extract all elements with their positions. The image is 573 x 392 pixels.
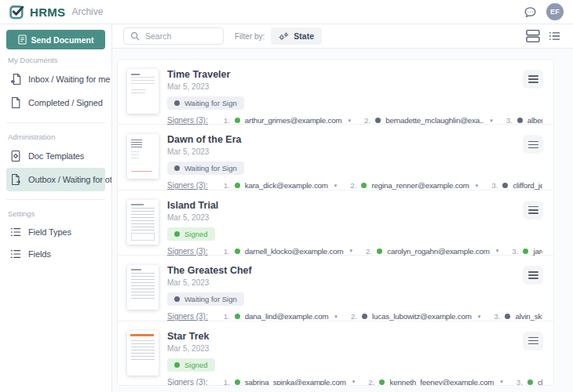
signers-link[interactable]: Signers (3):: [167, 378, 208, 386]
sidebar-section: Administration Doc Templates Outbox / Wa…: [6, 122, 105, 191]
signer-item[interactable]: 2. lucas_lubowitz@example.com ▾: [351, 312, 480, 321]
document-thumbnail[interactable]: [127, 265, 159, 310]
list-view-button[interactable]: [547, 29, 562, 43]
status-label: Waiting for Sign: [184, 99, 237, 107]
signer-email: kara_dick@example.com: [245, 181, 328, 190]
signers-link[interactable]: Signers (3):: [167, 116, 208, 125]
sidebar-item-outbox-waiting-for-other[interactable]: Outbox / Waiting for other: [6, 168, 105, 191]
chevron-down-icon[interactable]: ▾: [476, 183, 479, 189]
signer-item[interactable]: 2. bernadette_mclaughlin@exa.. ▾: [364, 116, 493, 125]
sidebar-item-inbox-waiting-for-me[interactable]: Inbox / Waiting for me: [6, 67, 105, 91]
signer-item[interactable]: 1. darnell_klocko@example.com ▾: [224, 247, 352, 256]
chevron-down-icon[interactable]: ▾: [478, 314, 481, 320]
signers-link[interactable]: Signers (3):: [167, 181, 208, 190]
chevron-down-icon[interactable]: ▾: [349, 118, 352, 124]
status-badge: Signed: [167, 358, 215, 372]
sidebar-section-label: Settings: [8, 209, 104, 218]
sidebar-item-field-types[interactable]: Field Types: [6, 221, 105, 243]
signer-item[interactable]: 1. sabrina_spinka@example.com ▾: [224, 378, 356, 386]
status-label: Waiting for Sign: [184, 164, 237, 172]
document-date: Mar 5, 2023: [167, 344, 542, 353]
signer-email: clara_abernathy@example.c..: [538, 378, 542, 386]
chat-icon[interactable]: [524, 5, 537, 19]
chevron-down-icon[interactable]: ▾: [500, 379, 503, 385]
document-title[interactable]: Star Trek: [167, 331, 542, 342]
main-area: Filter by: State: [112, 24, 573, 392]
avatar[interactable]: EF: [546, 3, 564, 20]
signer-email: bernadette_mclaughlin@exa..: [385, 116, 484, 125]
signers-link[interactable]: Signers (3):: [167, 312, 208, 321]
signer-item[interactable]: 2. carolyn_rogahn@example.com ▾: [366, 247, 498, 256]
signer-item[interactable]: 1. kara_dick@example.com ▾: [224, 181, 338, 190]
search-input[interactable]: [145, 31, 217, 41]
signers-list: 1. darnell_klocko@example.com ▾ 2. carol…: [224, 247, 542, 256]
chevron-down-icon[interactable]: ▾: [334, 314, 338, 320]
signer-item[interactable]: 3. clifford_jenkins@example.com ▾: [491, 181, 542, 190]
signer-item[interactable]: 3. clara_abernathy@example.c.. ▾: [516, 378, 542, 386]
search-box: [123, 27, 224, 45]
sidebar-item-doc-templates[interactable]: Doc Templates: [6, 144, 105, 168]
filter-state-button[interactable]: State: [271, 27, 322, 45]
signer-item[interactable]: 3. alvin_skiles@example.com ▾: [494, 312, 542, 321]
signer-email: kenneth_feeney@example.com: [389, 378, 494, 386]
signer-index: 1.: [224, 181, 230, 190]
body-layout: Send Document My Documents Inbox / Waiti…: [0, 24, 573, 392]
signer-status-dot: [505, 314, 510, 319]
chevron-down-icon[interactable]: ▾: [352, 379, 356, 385]
row-menu-button[interactable]: [523, 70, 543, 89]
signer-item[interactable]: 3. alberta_spencer@example.c.. ▾: [506, 116, 542, 125]
signer-index: 3.: [506, 116, 513, 125]
signer-email: arthur_grimes@example.com: [245, 116, 342, 125]
toolbar: Filter by: State: [112, 24, 573, 49]
document-row: Star Trek Mar 5, 2023 Signed Signers (3)…: [118, 321, 553, 386]
signer-item[interactable]: 3. jared_losch@example.com ▾: [512, 247, 542, 256]
sidebar-item-fields[interactable]: Fields: [6, 243, 105, 265]
signer-index: 3.: [494, 312, 500, 321]
document-title[interactable]: The Greatest Chef: [167, 265, 542, 276]
top-header: HRMS Archive EF: [0, 0, 573, 24]
brand-name: HRMS: [30, 5, 65, 19]
document-thumbnail[interactable]: [127, 200, 159, 245]
row-menu-button[interactable]: [523, 135, 543, 154]
send-document-button[interactable]: Send Document: [6, 30, 105, 49]
status-badge: Waiting for Sign: [167, 292, 244, 306]
filter-state-label: State: [294, 31, 314, 41]
chevron-down-icon[interactable]: ▾: [334, 183, 338, 189]
sidebar-item-completed-signed[interactable]: Completed / Signed: [6, 91, 105, 114]
signer-status-dot: [361, 183, 367, 188]
sidebar: Send Document My Documents Inbox / Waiti…: [0, 24, 112, 392]
signers-link[interactable]: Signers (3):: [167, 247, 208, 256]
signer-status-dot: [523, 249, 528, 254]
signers-list: 1. kara_dick@example.com ▾ 2. regina_ren…: [224, 181, 542, 190]
row-menu-button[interactable]: [523, 201, 543, 220]
sidebar-item-label: Field Types: [28, 227, 71, 237]
status-label: Waiting for Sign: [184, 295, 237, 303]
signer-item[interactable]: 2. kenneth_feeney@example.com ▾: [368, 378, 502, 386]
document-row: Time Traveler Mar 5, 2023 Waiting for Si…: [118, 60, 553, 125]
signer-index: 1.: [224, 378, 230, 386]
signer-email: carolyn_rogahn@example.com: [387, 247, 490, 256]
signer-status-dot: [377, 249, 382, 254]
chevron-down-icon[interactable]: ▾: [490, 118, 493, 124]
signer-index: 2.: [364, 116, 370, 125]
signer-email: dana_lind@example.com: [245, 312, 329, 321]
sidebar-nav: My Documents Inbox / Waiting for me Comp…: [6, 56, 105, 265]
signer-item[interactable]: 1. dana_lind@example.com ▾: [224, 312, 338, 321]
document-thumbnail[interactable]: [127, 331, 159, 376]
document-row: Island Trial Mar 5, 2023 Signed Signers …: [118, 191, 553, 256]
hrms-logo-icon: [9, 4, 25, 20]
signer-item[interactable]: 2. regina_renner@example.com ▾: [350, 181, 478, 190]
document-thumbnail[interactable]: [127, 134, 159, 179]
document-thumbnail[interactable]: [127, 69, 159, 114]
chevron-down-icon[interactable]: ▾: [350, 248, 353, 254]
row-menu-button[interactable]: [523, 332, 543, 350]
signer-index: 2.: [351, 312, 357, 321]
document-title[interactable]: Island Trial: [167, 200, 542, 211]
card-view-button[interactable]: [524, 27, 542, 45]
document-title[interactable]: Time Traveler: [167, 69, 542, 80]
signer-item[interactable]: 1. arthur_grimes@example.com ▾: [224, 116, 351, 125]
chevron-down-icon[interactable]: ▾: [496, 248, 499, 254]
row-menu-button[interactable]: [523, 266, 543, 285]
search-icon: [130, 31, 140, 41]
document-title[interactable]: Dawn of the Era: [167, 134, 542, 145]
